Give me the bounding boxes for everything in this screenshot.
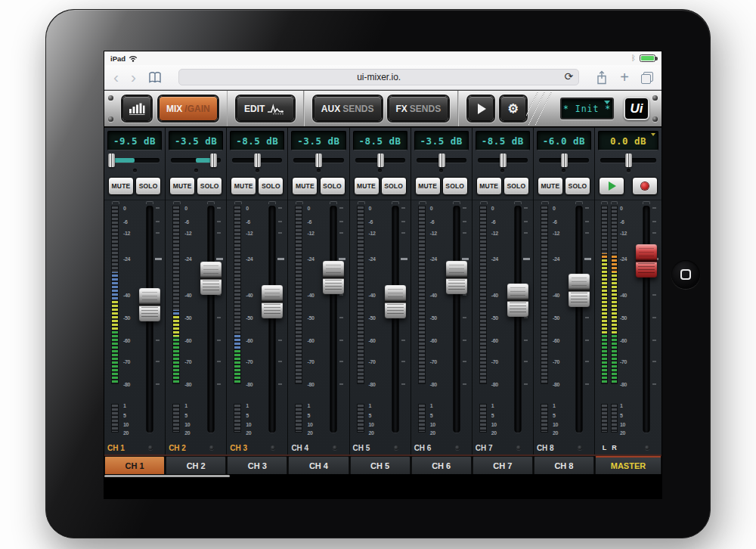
master-fader-knob[interactable]: [636, 244, 657, 278]
new-tab-icon[interactable]: +: [620, 70, 629, 85]
pan-center-dot: [439, 169, 443, 172]
solo-button[interactable]: SOLO: [565, 177, 590, 195]
master-tab[interactable]: MASTER: [595, 456, 662, 474]
pan-slider[interactable]: [171, 153, 221, 168]
record-button[interactable]: [632, 177, 658, 195]
tab-scrollbar[interactable]: [104, 474, 662, 478]
mute-button[interactable]: MUTE: [354, 177, 380, 195]
play-button[interactable]: [599, 177, 624, 195]
fader-knob[interactable]: [200, 262, 222, 295]
solo-button[interactable]: SOLO: [135, 177, 161, 195]
preset-display[interactable]: * Init *: [560, 98, 614, 119]
gain-reduction-meter: [611, 404, 618, 433]
pan-slider[interactable]: [232, 153, 282, 168]
mute-button[interactable]: MUTE: [292, 177, 318, 195]
gr-scale-label: 5: [620, 413, 623, 418]
fader-knob[interactable]: [385, 285, 406, 318]
channel-tab[interactable]: CH 2: [166, 456, 226, 474]
tab-switcher-icon[interactable]: [641, 72, 652, 83]
pan-handle[interactable]: [210, 154, 217, 167]
pan-handle[interactable]: [438, 154, 445, 167]
fader[interactable]: [136, 206, 163, 436]
channel-tab[interactable]: CH 5: [350, 456, 411, 474]
fader[interactable]: [443, 206, 470, 436]
channel-tab[interactable]: CH 1: [104, 456, 165, 474]
fx-sends-button[interactable]: FXSENDS: [389, 96, 449, 121]
fader-knob[interactable]: [323, 261, 344, 294]
fader-scale-tick: [652, 383, 656, 385]
solo-button[interactable]: SOLO: [258, 177, 284, 195]
ui-logo: Ui: [624, 97, 649, 120]
fader-scale-tick: [401, 232, 405, 234]
pan-handle[interactable]: [500, 154, 507, 167]
fader-knob[interactable]: [446, 261, 467, 294]
share-icon[interactable]: [596, 70, 608, 85]
pan-handle[interactable]: [315, 154, 322, 167]
meters-view-button[interactable]: [122, 96, 151, 121]
aux-sends-button[interactable]: AUXSENDS: [314, 96, 382, 121]
scale-label: -24: [491, 256, 498, 262]
fader-scale-tick: [401, 207, 405, 209]
channel-tab[interactable]: CH 6: [411, 456, 472, 474]
pan-handle[interactable]: [254, 154, 261, 167]
fader[interactable]: [197, 206, 225, 436]
fader-knob[interactable]: [507, 284, 528, 317]
fader-knob[interactable]: [569, 274, 590, 307]
fader[interactable]: [504, 206, 531, 436]
pan-slider[interactable]: [110, 153, 160, 168]
pan-slider[interactable]: [417, 153, 466, 168]
scale-label: -12: [430, 231, 437, 236]
scale-label: -60: [184, 338, 191, 343]
bookmarks-icon[interactable]: [148, 71, 162, 83]
reload-icon[interactable]: ⟳: [565, 70, 574, 82]
balance-slider[interactable]: [600, 153, 656, 168]
home-button[interactable]: [671, 260, 700, 289]
mute-button[interactable]: MUTE: [231, 177, 256, 195]
forward-button[interactable]: ›: [131, 67, 136, 87]
fader-track: [575, 206, 582, 433]
master-fader[interactable]: [633, 206, 660, 436]
balance-handle[interactable]: [625, 154, 632, 167]
channel-tab[interactable]: CH 7: [472, 456, 533, 474]
fader[interactable]: [382, 206, 409, 436]
mix-gain-button[interactable]: MIX/GAIN: [159, 96, 218, 121]
tab-scroll-thumb[interactable]: [104, 475, 230, 477]
solo-button[interactable]: SOLO: [442, 177, 468, 195]
channel-tab[interactable]: CH 4: [288, 456, 349, 474]
settings-button[interactable]: ⚙: [500, 96, 526, 121]
screw: [652, 95, 658, 101]
gr-scale-label: 1: [184, 403, 187, 408]
pan-slider[interactable]: [293, 153, 343, 168]
gr-scale-label: 20: [553, 430, 558, 436]
player-button[interactable]: [468, 96, 494, 121]
pan-handle[interactable]: [377, 154, 384, 167]
solo-button[interactable]: SOLO: [197, 177, 222, 195]
pan-handle[interactable]: [561, 154, 568, 167]
fader-knob[interactable]: [139, 288, 160, 321]
mute-button[interactable]: MUTE: [476, 177, 502, 195]
mute-button[interactable]: MUTE: [169, 177, 195, 195]
solo-button[interactable]: SOLO: [381, 177, 407, 195]
channel-tab[interactable]: CH 8: [534, 456, 594, 474]
mute-button[interactable]: MUTE: [538, 177, 563, 195]
pan-slider[interactable]: [355, 153, 405, 168]
mute-button[interactable]: MUTE: [415, 177, 441, 195]
solo-button[interactable]: SOLO: [503, 177, 529, 195]
mute-button[interactable]: MUTE: [108, 177, 134, 195]
fader-screw: [209, 445, 214, 450]
edit-button[interactable]: EDIT: [237, 96, 294, 121]
scale-label: -40: [620, 293, 627, 298]
pan-handle[interactable]: [108, 154, 115, 167]
back-button[interactable]: ‹: [113, 67, 119, 87]
fader-knob[interactable]: [262, 285, 283, 318]
fader[interactable]: [320, 206, 347, 436]
solo-button[interactable]: SOLO: [320, 177, 345, 195]
pan-slider[interactable]: [478, 153, 528, 168]
fader[interactable]: [565, 206, 593, 436]
fader[interactable]: [259, 206, 286, 436]
scale-label: -60: [123, 338, 130, 343]
address-bar[interactable]: ui-mixer.io. ⟳: [178, 69, 579, 85]
channel-tab[interactable]: CH 3: [227, 456, 287, 474]
meter-zone: [234, 350, 240, 383]
pan-slider[interactable]: [539, 153, 589, 168]
